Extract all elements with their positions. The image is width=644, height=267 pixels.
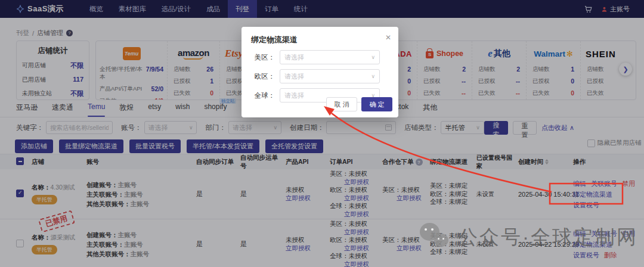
us-region-select[interactable]: 请选择 [280,50,380,64]
confirm-button[interactable]: 确 定 [361,97,392,111]
modal-title: 绑定物流渠道 [242,27,398,45]
modal-field-label: 美区： [242,53,275,62]
eu-region-select[interactable]: 请选择 [280,69,380,83]
modal-field-label: 欧区： [242,72,275,81]
bind-logistics-modal: 绑定物流渠道 美区： 请选择 欧区： 请选择 全球： 请选择 取 消 确 定 [242,27,398,117]
cancel-button[interactable]: 取 消 [326,97,357,111]
chevron-down-icon [371,73,375,79]
chevron-down-icon [371,54,375,60]
select-placeholder: 请选择 [284,53,304,62]
close-icon[interactable] [385,33,391,42]
select-placeholder: 请选择 [284,91,304,100]
modal-field-label: 全球： [242,91,275,100]
select-placeholder: 请选择 [284,72,304,81]
